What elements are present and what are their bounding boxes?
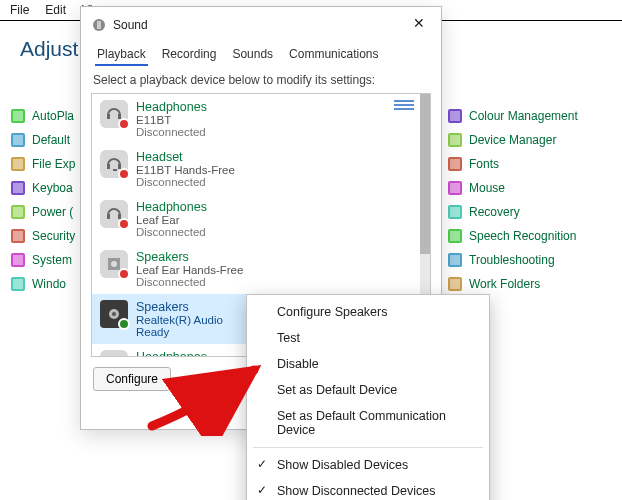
svg-rect-39 [107,214,110,219]
dialog-titlebar: Sound ✕ [81,7,441,37]
right-cp-list: Colour ManagementDevice ManagerFontsMous… [447,108,612,300]
svg-rect-29 [450,255,460,265]
svg-rect-19 [450,135,460,145]
cp-item[interactable]: Work Folders [447,276,612,292]
device-row[interactable]: Headphones E11BT Disconnected [92,94,420,144]
dialog-tabs: Playback Recording Sounds Communications [81,37,441,65]
device-sub: Realtek(R) Audio [136,314,223,326]
menu-item[interactable]: Show Disabled Devices [247,452,489,478]
cp-item-label: Colour Management [469,109,578,123]
context-menu: Configure SpeakersTestDisableSet as Defa… [246,294,490,500]
configure-button[interactable]: Configure [93,367,171,391]
device-status: Disconnected [136,176,235,188]
device-sub: Leaf Ear Hands-Free [136,264,243,276]
close-button[interactable]: ✕ [405,15,433,35]
svg-rect-3 [13,135,23,145]
cp-item[interactable]: Speech Recognition [447,228,612,244]
device-status: Disconnected [136,276,243,288]
menu-separator [253,447,483,448]
cp-item-label: Troubleshooting [469,253,555,267]
svg-rect-11 [13,231,23,241]
scrollbar-thumb[interactable] [420,94,430,254]
cp-item[interactable]: Device Manager [447,132,612,148]
cp-item-label: File Exp [32,157,75,171]
cp-item-label: Mouse [469,181,505,195]
svg-rect-27 [450,231,460,241]
cp-item[interactable]: Default [10,132,80,148]
menu-item[interactable]: Test [247,325,489,351]
cp-item-label: Recovery [469,205,520,219]
cp-item[interactable]: Windo [10,276,80,292]
cp-item[interactable]: Keyboa [10,180,80,196]
menu-item[interactable]: Set as Default Communication Device [247,403,489,443]
menu-item-edit[interactable]: Edit [39,1,72,19]
cp-item-label: Security [32,229,75,243]
cp-item-label: Device Manager [469,133,556,147]
svg-point-42 [111,261,117,267]
svg-rect-33 [97,21,101,29]
menu-item[interactable]: Set as Default Device [247,377,489,403]
tab-recording[interactable]: Recording [154,43,225,65]
svg-rect-36 [107,164,110,169]
svg-rect-1 [13,111,23,121]
cp-item[interactable]: Troubleshooting [447,252,612,268]
tab-sounds[interactable]: Sounds [224,43,281,65]
cp-item[interactable]: Fonts [447,156,612,172]
cp-item[interactable]: Colour Management [447,108,612,124]
menu-item[interactable]: Configure Speakers [247,299,489,325]
cp-item[interactable]: System [10,252,80,268]
svg-rect-7 [13,183,23,193]
cp-item-label: Speech Recognition [469,229,576,243]
cp-item-label: System [32,253,72,267]
cp-item[interactable]: Power ( [10,204,80,220]
cp-item-label: Default [32,133,70,147]
device-icon [100,300,128,328]
menu-item[interactable]: Show Disconnected Devices [247,478,489,500]
cp-item-label: Keyboa [32,181,73,195]
left-cp-list: AutoPlaDefaultFile ExpKeyboaPower (Secur… [10,108,80,300]
cp-item[interactable]: AutoPla [10,108,80,124]
tab-communications[interactable]: Communications [281,43,386,65]
device-sub: E11BT Hands-Free [136,164,235,176]
device-name: Headset [136,150,235,164]
device-name: Headphones [136,100,207,114]
tab-playback[interactable]: Playback [89,43,154,65]
device-name: Speakers [136,250,243,264]
cp-item[interactable]: Security [10,228,80,244]
hamburger-icon [394,100,414,110]
device-row[interactable]: Headset E11BT Hands-Free Disconnected [92,144,420,194]
device-name: Headphones [136,200,207,214]
menu-item[interactable]: Disable [247,351,489,377]
device-icon [100,250,128,278]
device-name: Speakers [136,300,223,314]
svg-rect-21 [450,159,460,169]
svg-rect-13 [13,255,23,265]
svg-rect-17 [450,111,460,121]
svg-rect-23 [450,183,460,193]
cp-item[interactable]: Mouse [447,180,612,196]
cp-item[interactable]: Recovery [447,204,612,220]
cp-item[interactable]: File Exp [10,156,80,172]
device-name: Headphones [136,350,223,356]
device-status: Ready [136,326,223,338]
svg-rect-25 [450,207,460,217]
device-row[interactable]: Speakers Leaf Ear Hands-Free Disconnecte… [92,244,420,294]
dialog-title: Sound [113,18,405,32]
device-icon [100,100,128,128]
svg-rect-31 [450,279,460,289]
cp-item-label: Power ( [32,205,73,219]
cp-item-label: Work Folders [469,277,540,291]
device-icon [100,350,128,356]
svg-point-44 [112,312,116,316]
instruction-text: Select a playback device below to modify… [81,65,441,93]
cp-item-label: AutoPla [32,109,74,123]
svg-rect-38 [113,169,117,171]
svg-rect-34 [107,114,110,119]
device-sub: E11BT [136,114,207,126]
svg-rect-5 [13,159,23,169]
device-row[interactable]: Headphones Leaf Ear Disconnected [92,194,420,244]
device-icon [100,150,128,178]
menu-item-file[interactable]: File [4,1,35,19]
svg-rect-9 [13,207,23,217]
device-icon [100,200,128,228]
